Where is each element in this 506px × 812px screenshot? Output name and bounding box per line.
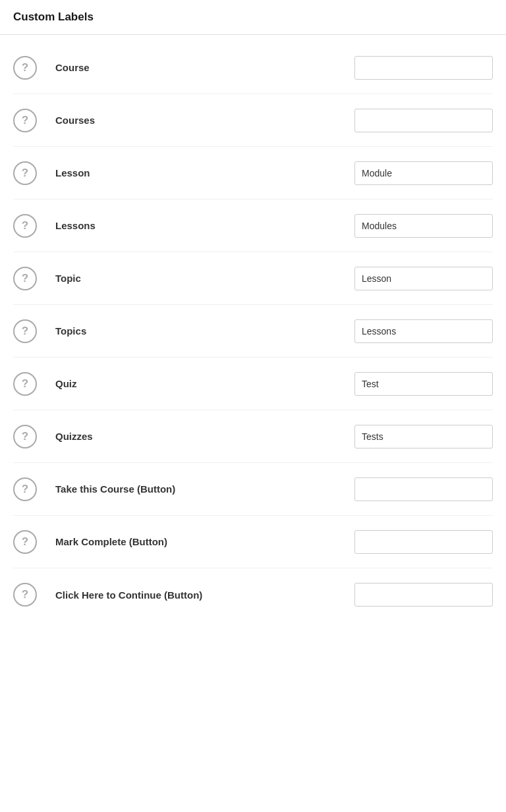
label-name-lessons: Lessons [55, 220, 354, 231]
label-name-quiz: Quiz [55, 378, 354, 389]
label-name-topics: Topics [55, 325, 354, 337]
help-icon-quiz[interactable]: ? [13, 372, 37, 396]
help-icon-course[interactable]: ? [13, 56, 37, 80]
label-input-topic[interactable] [354, 267, 493, 290]
label-name-lesson: Lesson [55, 167, 354, 178]
label-row-course: ?Course [13, 41, 493, 94]
help-icon-quizzes[interactable]: ? [13, 425, 37, 448]
label-input-course[interactable] [354, 56, 493, 80]
label-input-courses[interactable] [354, 109, 493, 132]
label-input-topics[interactable] [354, 319, 493, 343]
label-name-topic: Topic [55, 273, 354, 284]
label-input-take-this-course[interactable] [354, 477, 493, 501]
help-icon-topic[interactable]: ? [13, 267, 37, 290]
label-name-courses: Courses [55, 115, 354, 126]
help-icon-click-here-continue[interactable]: ? [13, 583, 37, 607]
label-row-click-here-continue: ?Click Here to Continue (Button) [13, 568, 493, 621]
label-input-lessons[interactable] [354, 214, 493, 238]
label-name-course: Course [55, 62, 354, 73]
label-input-click-here-continue[interactable] [354, 583, 493, 607]
help-icon-courses[interactable]: ? [13, 109, 37, 132]
help-icon-topics[interactable]: ? [13, 319, 37, 343]
label-row-quiz: ?Quiz [13, 358, 493, 410]
label-name-mark-complete: Mark Complete (Button) [55, 536, 354, 547]
label-row-topics: ?Topics [13, 305, 493, 358]
help-icon-lesson[interactable]: ? [13, 161, 37, 185]
label-row-quizzes: ?Quizzes [13, 410, 493, 463]
label-input-quiz[interactable] [354, 372, 493, 396]
label-row-lessons: ?Lessons [13, 200, 493, 252]
label-row-take-this-course: ?Take this Course (Button) [13, 463, 493, 516]
label-input-lesson[interactable] [354, 161, 493, 185]
label-name-take-this-course: Take this Course (Button) [55, 483, 354, 495]
section-title: Custom Labels [13, 11, 94, 23]
help-icon-lessons[interactable]: ? [13, 214, 37, 238]
label-row-topic: ?Topic [13, 252, 493, 305]
label-row-courses: ?Courses [13, 94, 493, 147]
label-name-click-here-continue: Click Here to Continue (Button) [55, 589, 354, 601]
label-row-lesson: ?Lesson [13, 147, 493, 200]
page-container: Custom Labels ?Course?Courses?Lesson?Les… [0, 0, 506, 812]
section-header: Custom Labels [0, 0, 506, 35]
label-input-mark-complete[interactable] [354, 530, 493, 554]
label-input-quizzes[interactable] [354, 425, 493, 448]
label-row-mark-complete: ?Mark Complete (Button) [13, 516, 493, 568]
help-icon-mark-complete[interactable]: ? [13, 530, 37, 554]
label-name-quizzes: Quizzes [55, 431, 354, 442]
labels-list: ?Course?Courses?Lesson?Lessons?Topic?Top… [0, 41, 506, 621]
help-icon-take-this-course[interactable]: ? [13, 477, 37, 501]
